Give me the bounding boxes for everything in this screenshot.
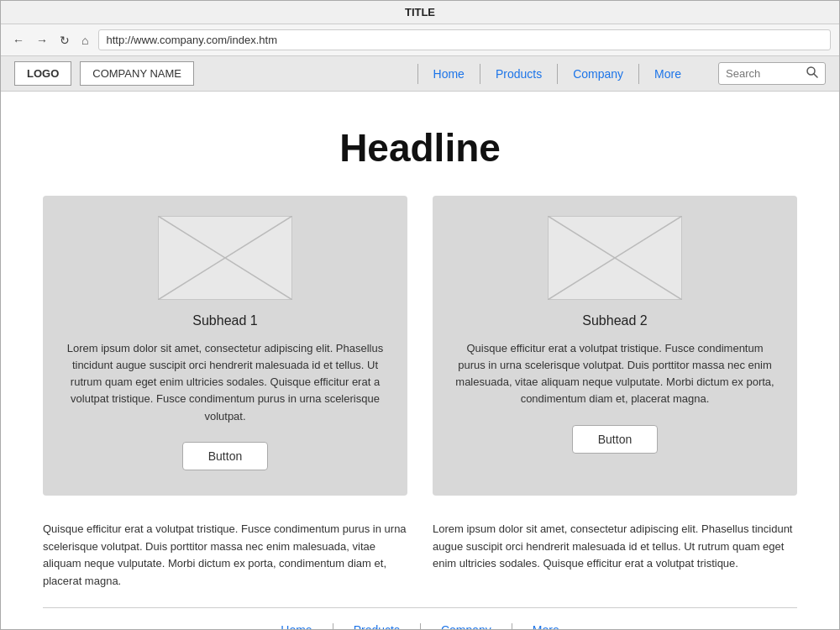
card-2: Subhead 2 Quisque efficitur erat a volut… — [433, 196, 797, 496]
card-2-subhead: Subhead 2 — [582, 313, 647, 328]
search-icon — [806, 66, 818, 81]
nav-buttons: ← → ↻ ⌂ — [9, 32, 92, 49]
logo-label: LOGO — [27, 67, 59, 80]
home-button[interactable]: ⌂ — [78, 32, 92, 49]
footer-link-company[interactable]: Company — [421, 623, 512, 629]
page-headline: Headline — [43, 125, 797, 171]
card-1: Subhead 1 Lorem ipsum dolor sit amet, co… — [43, 196, 407, 496]
nav-link-company[interactable]: Company — [558, 64, 639, 84]
nav-link-more[interactable]: More — [639, 64, 696, 84]
title-bar: TITLE — [1, 1, 839, 24]
search-input[interactable] — [726, 67, 801, 80]
nav-link-products[interactable]: Products — [480, 64, 558, 84]
text-col-2: Lorem ipsum dolor sit amet, consectetur … — [433, 521, 797, 591]
text-row: Quisque efficitur erat a volutpat tristi… — [43, 521, 797, 591]
cards-row: Subhead 1 Lorem ipsum dolor sit amet, co… — [43, 196, 797, 496]
card-1-subhead: Subhead 1 — [192, 313, 257, 328]
reload-button[interactable]: ↻ — [56, 32, 73, 49]
footer-link-products[interactable]: Products — [333, 623, 421, 629]
card-2-body: Quisque efficitur erat a volutpat tristi… — [453, 340, 777, 408]
text-col-1: Quisque efficitur erat a volutpat tristi… — [43, 521, 407, 591]
forward-button[interactable]: → — [33, 32, 51, 49]
search-box — [718, 62, 826, 85]
company-name: COMPANY NAME — [92, 67, 181, 80]
svg-line-1 — [814, 74, 818, 78]
footer-link-home[interactable]: Home — [260, 623, 333, 629]
address-bar: ← → ↻ ⌂ — [1, 24, 839, 56]
card-2-button[interactable]: Button — [572, 425, 658, 454]
logo-box: LOGO — [14, 61, 71, 86]
card-2-image-placeholder — [548, 216, 682, 300]
company-name-box: COMPANY NAME — [80, 61, 194, 86]
back-button[interactable]: ← — [9, 32, 28, 49]
page-content: Headline Subhead 1 Lorem ipsum dolor sit… — [1, 92, 839, 629]
card-1-button[interactable]: Button — [182, 442, 268, 470]
site-navbar: LOGO COMPANY NAME Home Products Company … — [1, 56, 839, 92]
footer-link-more[interactable]: More — [512, 623, 580, 629]
card-1-body: Lorem ipsum dolor sit amet, consectetur … — [63, 340, 387, 425]
page-title: TITLE — [405, 6, 435, 18]
nav-link-home[interactable]: Home — [417, 64, 480, 84]
footer-nav: Home Products Company More — [43, 607, 797, 629]
browser-window: TITLE ← → ↻ ⌂ LOGO COMPANY NAME Home Pro… — [0, 0, 840, 630]
card-1-image-placeholder — [158, 216, 292, 300]
nav-links: Home Products Company More — [417, 64, 696, 84]
address-input[interactable] — [98, 29, 831, 50]
